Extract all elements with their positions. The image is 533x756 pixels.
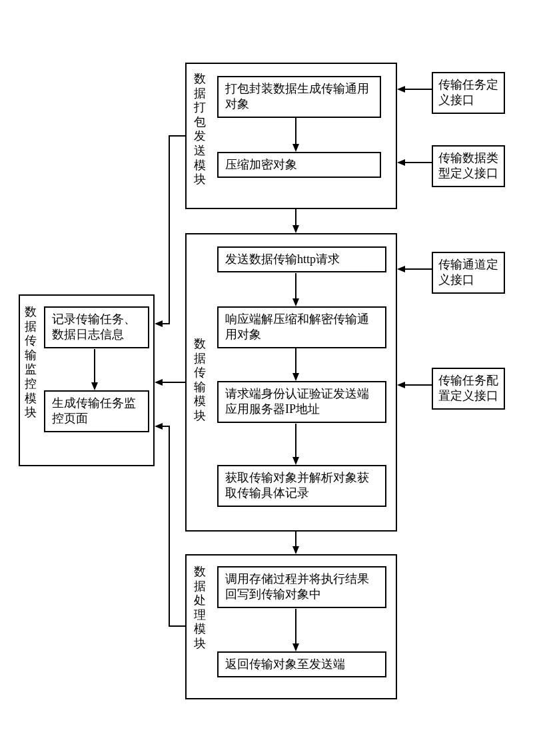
package-pack-step: 打包封装数据生成传输通用对象	[217, 76, 381, 118]
monitor-page-text: 生成传输任务监控页面	[52, 396, 136, 425]
transfer-http-text: 发送数据传输http请求	[225, 252, 340, 266]
transfer-decompress-text: 响应端解压缩和解密传输通用对象	[225, 312, 369, 341]
monitor-log-step: 记录传输任务、数据日志信息	[44, 306, 149, 348]
monitor-module-label: 数据传输监控模块	[24, 305, 37, 420]
process-sp-text: 调用存储过程并将执行结果回写到传输对象中	[225, 572, 369, 601]
interface-task-config-def-text: 传输任务配置定义接口	[438, 374, 498, 402]
interface-task-config-def: 传输任务配置定义接口	[432, 368, 505, 410]
transfer-parse-step: 获取传输对象并解析对象获取传输具体记录	[217, 465, 386, 507]
process-sp-step: 调用存储过程并将执行结果回写到传输对象中	[217, 566, 386, 608]
package-compress-step: 压缩加密对象	[217, 152, 381, 178]
monitor-page-step: 生成传输任务监控页面	[44, 390, 149, 432]
interface-datatype-def-text: 传输数据类型定义接口	[438, 151, 498, 180]
package-compress-text: 压缩加密对象	[225, 158, 297, 171]
interface-datatype-def: 传输数据类型定义接口	[432, 145, 505, 187]
process-return-text: 返回传输对象至发送端	[225, 657, 345, 671]
interface-task-def-text: 传输任务定义接口	[438, 78, 498, 107]
package-pack-text: 打包封装数据生成传输通用对象	[225, 82, 369, 111]
transfer-parse-text: 获取传输对象并解析对象获取传输具体记录	[225, 471, 369, 500]
package-module-label: 数据打包发送模块	[193, 72, 207, 187]
transfer-auth-step: 请求端身份认证验证发送端应用服务器IP地址	[217, 381, 386, 423]
process-return-step: 返回传输对象至发送端	[217, 651, 386, 677]
monitor-log-text: 记录传输任务、数据日志信息	[52, 312, 136, 341]
transfer-decompress-step: 响应端解压缩和解密传输通用对象	[217, 306, 386, 348]
interface-task-def: 传输任务定义接口	[432, 72, 505, 114]
transfer-auth-text: 请求端身份认证验证发送端应用服务器IP地址	[225, 387, 369, 416]
process-module-label: 数据处理模块	[193, 565, 207, 651]
interface-channel-def: 传输通道定义接口	[432, 252, 505, 294]
interface-channel-def-text: 传输通道定义接口	[438, 258, 498, 286]
transfer-http-step: 发送数据传输http请求	[217, 246, 386, 272]
transfer-module-label: 数据传输模块	[193, 337, 207, 424]
